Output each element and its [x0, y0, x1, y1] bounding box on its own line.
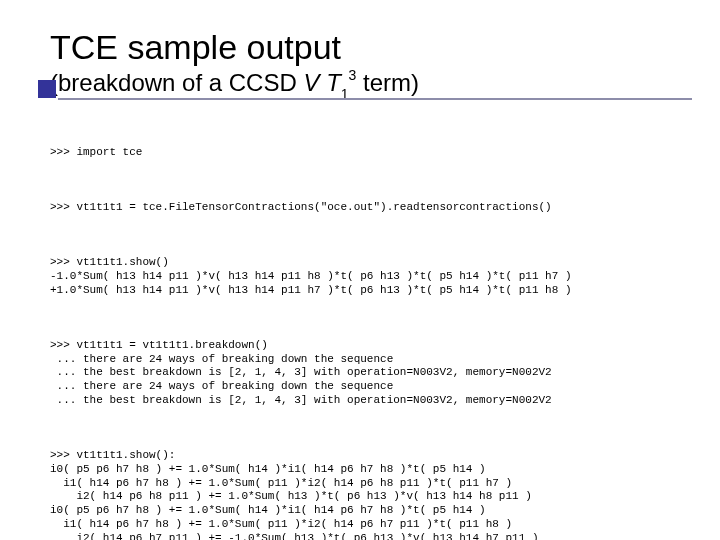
subtitle-prefix: (breakdown of a CCSD	[50, 69, 303, 96]
code-line-show2: >>> vt1t1t1.show(): i0( p5 p6 h7 h8 ) +=…	[50, 449, 698, 540]
subtitle-superscript: 3	[349, 67, 357, 83]
code-line-import: >>> import tce	[50, 146, 698, 160]
code-line-breakdown: >>> vt1t1t1 = vt1t1t1.breakdown() ... th…	[50, 339, 698, 408]
slide-title: TCE sample output	[50, 28, 690, 67]
slide: TCE sample output (breakdown of a CCSD V…	[0, 0, 720, 540]
title-underline	[58, 98, 692, 100]
title-bullet-square	[38, 80, 56, 98]
subtitle-var-t: T	[326, 69, 341, 96]
code-line-assign: >>> vt1t1t1 = tce.FileTensorContractions…	[50, 201, 698, 215]
slide-subtitle: (breakdown of a CCSD V T13 term)	[50, 69, 690, 100]
subtitle-var-v: V	[303, 69, 319, 96]
title-block: TCE sample output (breakdown of a CCSD V…	[50, 28, 690, 100]
subtitle-suffix: term)	[356, 69, 419, 96]
code-block: >>> import tce >>> vt1t1t1 = tce.FileTen…	[50, 118, 698, 540]
code-line-show1: >>> vt1t1t1.show() -1.0*Sum( h13 h14 p11…	[50, 256, 698, 297]
